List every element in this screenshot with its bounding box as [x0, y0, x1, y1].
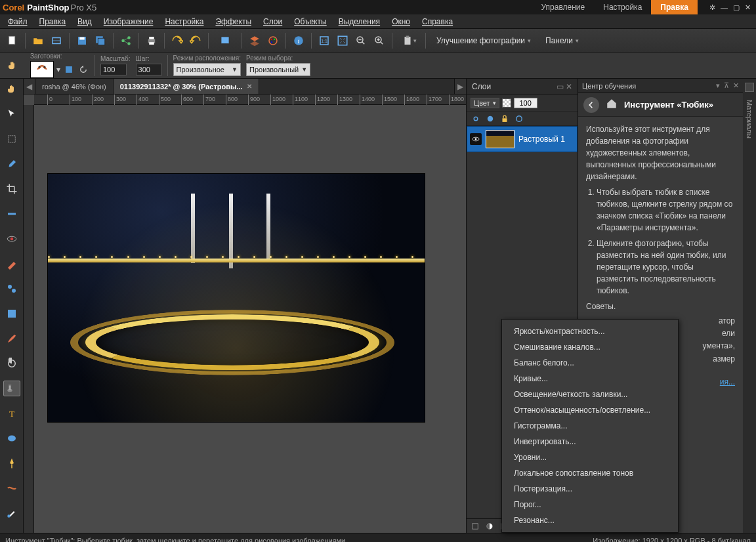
selection-combo[interactable]: Произвольный▼: [246, 63, 310, 76]
menu-help[interactable]: Справка: [417, 16, 458, 28]
tab-close-icon[interactable]: ✕: [247, 83, 252, 90]
cm-threshold[interactable]: Порог...: [502, 497, 678, 512]
opacity-input[interactable]: 100: [514, 98, 537, 108]
cm-fill-light[interactable]: Освещение/четкость заливки...: [502, 386, 678, 402]
panel-menu-icon[interactable]: ▾: [716, 81, 720, 90]
cm-invert[interactable]: Инвертировать...: [502, 434, 678, 449]
menu-edit[interactable]: Правка: [34, 16, 72, 28]
new-adjustment-icon[interactable]: [484, 520, 495, 532]
layer-effects-icon[interactable]: [484, 113, 497, 125]
preset-reset-icon[interactable]: [77, 64, 89, 75]
blend-mode-combo[interactable]: Цвет ▾: [471, 98, 499, 108]
preset-save-icon[interactable]: [63, 64, 75, 75]
cm-resonance[interactable]: Резонанс...: [502, 512, 678, 528]
oil-brush-tool[interactable]: [3, 505, 20, 521]
pick-tool[interactable]: [3, 106, 20, 122]
layer-item[interactable]: Растровый 1: [467, 126, 578, 152]
straighten-tool[interactable]: [3, 206, 20, 222]
save-all-icon[interactable]: [92, 32, 109, 49]
menu-effects[interactable]: Эффекты: [210, 16, 257, 28]
menu-selections[interactable]: Выделения: [333, 16, 385, 28]
clone-tool[interactable]: [3, 281, 20, 297]
dropper-tool[interactable]: [3, 156, 20, 172]
info-icon[interactable]: i: [290, 32, 307, 49]
cm-hsl[interactable]: Оттенок/насыщенность/осветление...: [502, 402, 678, 418]
materials-icon[interactable]: [745, 83, 754, 92]
cm-curves[interactable]: Кривые...: [502, 371, 678, 386]
layer-lock-icon[interactable]: [498, 113, 511, 125]
canvas-image[interactable]: [47, 173, 425, 423]
menu-view[interactable]: Вид: [72, 16, 97, 28]
map-icon[interactable]: [213, 32, 238, 49]
menu-window[interactable]: Окно: [387, 16, 415, 28]
learning-link[interactable]: ия...: [720, 377, 735, 386]
zoom-out-icon[interactable]: [352, 32, 369, 49]
selection-tool[interactable]: [3, 131, 20, 147]
makeover-tool[interactable]: [3, 256, 20, 272]
cm-brightness[interactable]: Яркость/контрастность...: [502, 323, 678, 339]
layer-styles-icon[interactable]: [513, 113, 526, 125]
panel-minimize-icon[interactable]: ▭ ✕: [556, 82, 572, 91]
home-icon[interactable]: [606, 98, 618, 112]
placement-combo[interactable]: Произвольное▼: [173, 63, 241, 76]
paste-icon[interactable]: ▾: [396, 32, 421, 49]
pen-tool[interactable]: [3, 455, 20, 471]
workspace-tab-adjust[interactable]: Настройка: [594, 0, 651, 14]
panels-dropdown[interactable]: Панели▾: [539, 32, 585, 49]
materials-tab[interactable]: Материалы: [744, 96, 755, 142]
menu-image[interactable]: Изображение: [98, 16, 159, 28]
scratch-tool[interactable]: [3, 306, 20, 322]
pan-tool-icon[interactable]: [4, 58, 21, 73]
back-icon[interactable]: [583, 97, 599, 113]
cm-white-balance[interactable]: Баланс белого...: [502, 355, 678, 371]
tab-scroll-right-icon[interactable]: ▶: [454, 79, 466, 94]
learning-header[interactable]: Центр обучения ▾ ⊼ ✕: [578, 79, 743, 93]
photo-fix-dropdown[interactable]: Улучшение фотографии▾: [430, 32, 537, 49]
scan-icon[interactable]: [48, 32, 65, 49]
document-tab-1[interactable]: rosha @ 46% (Фон): [35, 79, 114, 94]
open-icon[interactable]: [30, 32, 47, 49]
step-input[interactable]: 300: [136, 64, 162, 75]
fit-window-icon[interactable]: [334, 32, 351, 49]
redeye-tool[interactable]: [3, 231, 20, 247]
actual-size-icon[interactable]: 1:1: [316, 32, 333, 49]
zoom-in-icon[interactable]: [371, 32, 388, 49]
print-icon[interactable]: [143, 32, 160, 49]
tab-scroll-left-icon[interactable]: ◀: [24, 79, 35, 94]
menu-objects[interactable]: Объекты: [289, 16, 332, 28]
document-tab-2[interactable]: 011392911332* @ 30% (Растровы...✕: [114, 79, 259, 94]
cm-posterize[interactable]: Постеризация...: [502, 481, 678, 497]
share-icon[interactable]: [117, 32, 135, 49]
scale-input[interactable]: 100: [100, 64, 127, 75]
undo-icon[interactable]: [169, 32, 186, 49]
workspace-tab-edit[interactable]: Правка: [651, 0, 698, 14]
save-icon[interactable]: [74, 32, 91, 49]
layers-panel-header[interactable]: Слои ▭ ✕: [467, 79, 578, 94]
menu-layers[interactable]: Слои: [258, 16, 287, 28]
cm-levels[interactable]: Уровни...: [502, 449, 678, 465]
close-icon[interactable]: ✕: [745, 3, 751, 12]
new-layer-icon[interactable]: [469, 520, 481, 532]
shape-tool[interactable]: [3, 430, 20, 446]
cm-histogram[interactable]: Гистограмма...: [502, 418, 678, 434]
picture-tube-tool[interactable]: [3, 381, 20, 396]
cm-local-tone[interactable]: Локальное сопоставление тонов: [502, 465, 678, 481]
palette-icon[interactable]: [264, 32, 282, 49]
pan-tool[interactable]: [3, 81, 20, 97]
menu-adjust[interactable]: Настройка: [159, 16, 209, 28]
warp-tool[interactable]: [3, 480, 20, 496]
text-tool[interactable]: T: [3, 406, 20, 421]
panel-close-icon[interactable]: ✕: [733, 81, 739, 90]
lighten-tool[interactable]: [3, 356, 20, 371]
help-icon[interactable]: ✲: [709, 3, 715, 12]
layers-icon[interactable]: [246, 32, 263, 49]
paintbrush-tool[interactable]: [3, 331, 20, 346]
layer-link-icon[interactable]: [469, 113, 482, 125]
preset-chevron-icon[interactable]: ▾: [56, 65, 60, 74]
crop-tool[interactable]: [3, 181, 20, 197]
workspace-tab-manage[interactable]: Управление: [532, 0, 595, 14]
preset-swatch[interactable]: [30, 61, 54, 78]
canvas-viewport[interactable]: 0100200300400500600700800900100011001200…: [24, 94, 466, 533]
new-icon[interactable]: [4, 32, 21, 49]
redo-icon[interactable]: [187, 32, 204, 49]
